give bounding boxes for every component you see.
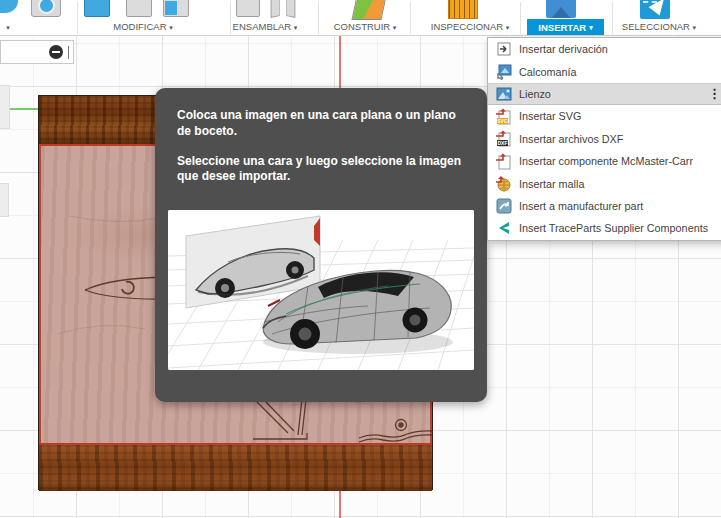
menu-item-lienzo[interactable]: Lienzo ⋮	[488, 83, 721, 105]
cutoff-group-caret[interactable]: ▾	[6, 21, 10, 36]
left-panel-strip	[0, 183, 9, 217]
press-pull-icon[interactable]	[84, 0, 110, 17]
decal-icon	[495, 63, 512, 80]
menu-item-manufacturer-part[interactable]: Insert a manufacturer part	[488, 195, 721, 217]
toolbar-separator	[77, 2, 78, 34]
overflow-handle-icon[interactable]: ⋮	[708, 89, 721, 99]
insert-derive-icon	[495, 41, 512, 58]
menu-item-mcmaster-carr[interactable]: Insertar componente McMaster-Carr	[488, 150, 721, 172]
traceparts-icon	[495, 220, 512, 237]
menu-item-insertar-derivacion[interactable]: Insertar derivación	[488, 38, 721, 60]
sweep-tool-icon[interactable]	[0, 0, 18, 13]
select-tool-icon[interactable]	[640, 0, 670, 19]
menu-ensamblar[interactable]: ENSAMBLAR ▾	[233, 21, 298, 36]
menu-item-insertar-svg[interactable]: SVG Insertar SVG	[488, 105, 721, 127]
collapse-minus-icon[interactable]	[49, 45, 63, 59]
svg-text:DXF: DXF	[498, 140, 508, 146]
tooltip-preview-image	[168, 210, 474, 370]
toolbar-separator	[318, 2, 319, 34]
menu-inspeccionar[interactable]: INSPECCIONAR ▾	[431, 21, 509, 36]
manufacturer-part-icon	[495, 197, 512, 214]
menu-item-traceparts[interactable]: Insert TraceParts Supplier Components	[488, 217, 721, 239]
menu-item-calcomania[interactable]: Calcomanía	[488, 60, 721, 82]
menu-construir[interactable]: CONSTRUIR ▾	[334, 21, 397, 36]
menu-modificar[interactable]: MODIFICAR ▾	[113, 21, 172, 36]
menu-item-insertar-malla[interactable]: Insertar malla	[488, 172, 721, 194]
ribbon-toolbar: ▾ MODIFICAR ▾ ENSAMBLAR ▾ CONSTRUIR ▾ IN…	[0, 0, 721, 36]
canvas-icon	[495, 85, 512, 102]
hole-tool-icon[interactable]	[31, 0, 61, 17]
command-tooltip: Coloca una imagen en una cara plana o un…	[155, 88, 487, 402]
toolbar-separator	[410, 2, 411, 34]
measure-ruler-icon[interactable]	[448, 0, 478, 19]
new-component-icon[interactable]	[236, 0, 260, 17]
fusion-app-window: Coloca una imagen en una cara plana o un…	[0, 0, 721, 518]
floating-value-input[interactable]	[0, 40, 74, 64]
toolbar-separator	[230, 2, 231, 34]
tooltip-paragraph-2: Seleccione una cara y luego seleccione l…	[177, 154, 467, 186]
insertar-dropdown-menu: Insertar derivación Calcomanía Lienzo ⋮ …	[487, 37, 721, 241]
menu-item-insertar-dxf[interactable]: DXF Insertar archivos DXF	[488, 128, 721, 150]
draft-tool-icon[interactable]	[163, 0, 189, 17]
toolbar-separator	[612, 2, 613, 34]
insert-dxf-icon: DXF	[495, 130, 512, 147]
shell-tool-icon[interactable]	[126, 0, 152, 17]
mcmaster-component-icon	[495, 153, 512, 170]
construct-plane-icon[interactable]	[354, 0, 384, 20]
toolbar-separator	[520, 2, 521, 34]
insert-svg-icon: SVG	[495, 108, 512, 125]
text-caret	[68, 46, 69, 59]
menu-insertar-active[interactable]: INSERTAR▾	[527, 19, 604, 36]
insert-canvas-tool-icon[interactable]	[546, 0, 576, 18]
menu-seleccionar[interactable]: SELECCIONAR ▾	[622, 21, 696, 36]
svg-text:SVG: SVG	[497, 118, 508, 124]
tooltip-paragraph-1: Coloca una imagen en una cara plana o un…	[177, 108, 467, 140]
joint-tool-icon[interactable]	[270, 0, 296, 15]
insert-mesh-icon	[495, 175, 512, 192]
left-panel-strip	[0, 85, 10, 129]
